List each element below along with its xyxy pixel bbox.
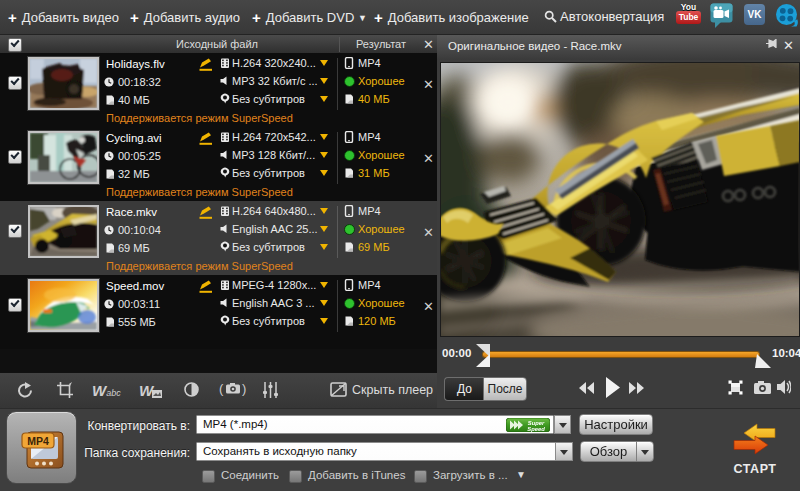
svg-text:Speed: Speed bbox=[527, 426, 545, 432]
svg-text:MP4: MP4 bbox=[27, 435, 49, 447]
